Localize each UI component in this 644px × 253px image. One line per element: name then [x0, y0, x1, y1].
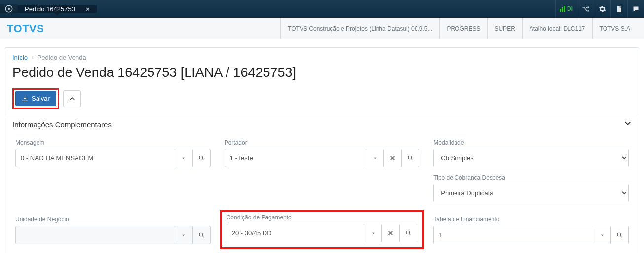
x-icon	[389, 155, 396, 161]
field-modalidade: Modalidade Cb Simples	[433, 139, 629, 167]
collapse-up-button[interactable]	[63, 90, 81, 107]
highlight-condicao: Condição de Pagamento	[220, 210, 425, 249]
highlight-salvar: Salvar	[12, 88, 59, 109]
save-button[interactable]: Salvar	[15, 91, 56, 106]
mensagem-combo	[15, 149, 211, 167]
shuffle-icon	[582, 5, 589, 13]
document-button[interactable]	[610, 0, 627, 18]
chevron-down-icon[interactable]	[624, 119, 632, 129]
active-tab[interactable]: Pedido 16425753 ×	[18, 5, 97, 13]
condicao-input[interactable]	[227, 224, 364, 242]
search-icon	[616, 232, 623, 238]
signal-di-button[interactable]: DI	[555, 0, 577, 18]
chevron-right-icon: ›	[32, 54, 34, 61]
section-header[interactable]: Informações Complementares	[5, 115, 639, 133]
unidade-combo	[15, 226, 211, 244]
condicao-search-button[interactable]	[399, 224, 417, 242]
form-body: Mensagem Portador	[5, 133, 639, 253]
crumb-user[interactable]: SUPER	[487, 18, 522, 39]
field-mensagem: Mensagem	[15, 139, 211, 202]
tabela-financ-search-button[interactable]	[610, 226, 628, 244]
portador-search-button[interactable]	[401, 149, 419, 167]
circle-dash-icon	[4, 4, 13, 13]
svg-point-4	[199, 233, 203, 236]
search-icon	[407, 155, 414, 161]
caret-down-icon	[181, 156, 186, 161]
breadcrumb-home[interactable]: Início	[12, 54, 28, 61]
breadcrumb: Início › Pedido de Venda	[5, 48, 639, 64]
search-icon	[198, 232, 205, 238]
unidade-input[interactable]	[16, 226, 175, 244]
mensagem-input[interactable]	[16, 149, 175, 167]
condicao-combo	[227, 224, 418, 242]
tabela-financ-combo	[433, 226, 629, 244]
portador-clear-button[interactable]	[383, 149, 401, 167]
tipo-cobranca-select[interactable]: Primeira Duplicata	[433, 184, 629, 202]
tipo-cobranca-label: Tipo de Cobrança Despesa	[433, 174, 629, 181]
svg-point-2	[199, 156, 203, 159]
unidade-label: Unidade de Negócio	[15, 216, 211, 223]
field-unidade-negocio: Unidade de Negócio	[15, 216, 211, 244]
tabela-financ-dropdown-button[interactable]	[593, 226, 610, 244]
tabela-financ-label: Tabela de Financiamento	[433, 216, 629, 223]
chat-button[interactable]	[627, 0, 644, 18]
modalidade-label: Modalidade	[433, 139, 629, 146]
chevron-up-icon	[69, 96, 75, 102]
x-icon	[387, 230, 394, 236]
download-icon	[22, 95, 28, 102]
svg-point-3	[409, 156, 412, 159]
shuffle-button[interactable]	[577, 0, 594, 18]
field-condicao-pagamento-wrap: Condição de Pagamento	[225, 212, 420, 244]
di-label: DI	[567, 5, 573, 12]
portador-combo	[225, 149, 420, 167]
search-icon	[198, 155, 205, 161]
svg-point-6	[617, 233, 621, 236]
portador-input[interactable]	[225, 149, 366, 167]
portador-dropdown-button[interactable]	[366, 149, 383, 167]
caret-down-icon	[371, 231, 376, 236]
search-icon	[405, 230, 412, 236]
field-group-right: Modalidade Cb Simples Tipo de Cobrança D…	[433, 139, 629, 202]
field-tipo-cobranca: Tipo de Cobrança Despesa Primeira Duplic…	[433, 174, 629, 202]
caret-down-icon	[181, 233, 186, 238]
field-portador: Portador	[225, 139, 420, 202]
crumb-product[interactable]: TOTVS Construção e Projetos (Linha Datas…	[280, 18, 439, 39]
gear-icon	[599, 5, 606, 13]
field-tabela-financiamento: Tabela de Financiamento	[433, 216, 629, 244]
tabela-financ-input[interactable]	[434, 226, 593, 244]
unidade-search-button[interactable]	[192, 226, 210, 244]
form-row-2: Unidade de Negócio Condição de Pagamento	[15, 212, 629, 244]
crumb-progress[interactable]: PROGRESS	[439, 18, 487, 39]
breadcrumb-current: Pedido de Venda	[38, 54, 86, 61]
page-title: Pedido de Venda 16425753 [LIANA / 164257…	[5, 64, 639, 88]
mensagem-search-button[interactable]	[192, 149, 210, 167]
brand-row: TOTVS TOTVS Construção e Projetos (Linha…	[0, 18, 644, 39]
brand-crumbs: TOTVS Construção e Projetos (Linha Datas…	[280, 18, 637, 39]
svg-point-1	[8, 8, 10, 10]
signal-icon	[560, 6, 565, 12]
topbar: Pedido 16425753 × DI	[0, 0, 644, 18]
crumb-shortcut[interactable]: Atalho local: DLC117	[522, 18, 592, 39]
unidade-dropdown-button[interactable]	[175, 226, 192, 244]
svg-point-5	[407, 231, 410, 234]
crumb-company[interactable]: TOTVS S.A	[592, 18, 637, 39]
caret-down-icon	[373, 156, 378, 161]
section-title: Informações Complementares	[12, 120, 112, 129]
save-label: Salvar	[32, 95, 50, 102]
topbar-left: Pedido 16425753 ×	[0, 0, 97, 18]
brand-logo[interactable]: TOTVS	[7, 22, 44, 35]
modalidade-select[interactable]: Cb Simples	[433, 149, 629, 167]
condicao-clear-button[interactable]	[381, 224, 399, 242]
portador-label: Portador	[225, 139, 420, 146]
action-row: Salvar	[5, 88, 639, 115]
chat-icon	[632, 5, 640, 13]
file-icon	[615, 5, 623, 13]
settings-button[interactable]	[594, 0, 610, 18]
home-icon-button[interactable]	[0, 4, 18, 13]
topbar-right: DI	[555, 0, 644, 18]
condicao-dropdown-button[interactable]	[364, 224, 381, 242]
tab-title: Pedido 16425753	[25, 5, 75, 13]
mensagem-dropdown-button[interactable]	[175, 149, 192, 167]
close-icon[interactable]: ×	[86, 5, 90, 13]
form-row-1: Mensagem Portador	[15, 139, 629, 202]
